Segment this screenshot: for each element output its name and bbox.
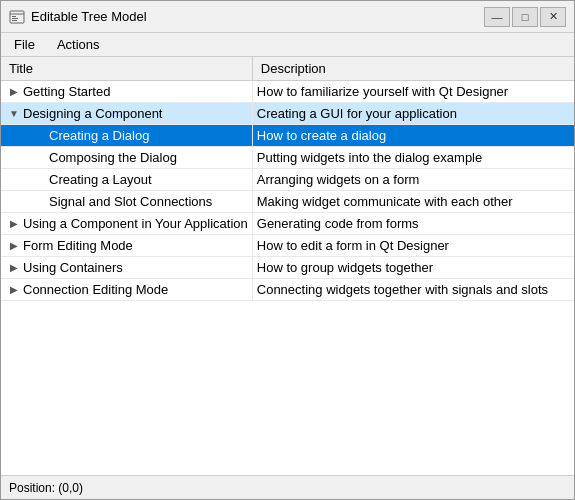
tree-container: Title Description ▶Getting StartedHow to… xyxy=(1,57,574,475)
table-row[interactable]: Creating a LayoutArranging widgets on a … xyxy=(1,169,574,191)
expander-icon[interactable]: ▶ xyxy=(7,261,21,275)
table-row[interactable]: Creating a DialogHow to create a dialog xyxy=(1,125,574,147)
row-description: How to group widgets together xyxy=(252,257,574,279)
table-row[interactable]: Signal and Slot ConnectionsMaking widget… xyxy=(1,191,574,213)
table-row[interactable]: Composing the DialogPutting widgets into… xyxy=(1,147,574,169)
menu-actions[interactable]: Actions xyxy=(48,34,109,55)
expander-icon[interactable]: ▶ xyxy=(7,85,21,99)
row-description: Putting widgets into the dialog example xyxy=(252,147,574,169)
table-row[interactable]: ▶Getting StartedHow to familiarize yours… xyxy=(1,81,574,103)
row-title: Composing the Dialog xyxy=(49,150,177,165)
minimize-button[interactable]: — xyxy=(484,7,510,27)
status-bar: Position: (0,0) xyxy=(1,475,574,499)
row-description: How to edit a form in Qt Designer xyxy=(252,235,574,257)
row-description: How to create a dialog xyxy=(252,125,574,147)
menu-file[interactable]: File xyxy=(5,34,44,55)
title-bar-left: Editable Tree Model xyxy=(9,9,147,25)
row-description: Generating code from forms xyxy=(252,213,574,235)
window-title: Editable Tree Model xyxy=(31,9,147,24)
row-title: Using a Component in Your Application xyxy=(23,216,248,231)
maximize-button[interactable]: □ xyxy=(512,7,538,27)
table-row[interactable]: ▶Form Editing ModeHow to edit a form in … xyxy=(1,235,574,257)
svg-rect-2 xyxy=(12,16,16,17)
row-title: Signal and Slot Connections xyxy=(49,194,212,209)
row-description: Arranging widgets on a form xyxy=(252,169,574,191)
table-row[interactable]: ▶Connection Editing ModeConnecting widge… xyxy=(1,279,574,301)
window-icon xyxy=(9,9,25,25)
window-controls: — □ ✕ xyxy=(484,7,566,27)
row-title: Connection Editing Mode xyxy=(23,282,168,297)
title-bar: Editable Tree Model — □ ✕ xyxy=(1,1,574,33)
table-row[interactable]: ▶Using ContainersHow to group widgets to… xyxy=(1,257,574,279)
expander-icon[interactable]: ▶ xyxy=(7,217,21,231)
row-title: Form Editing Mode xyxy=(23,238,133,253)
expander-icon[interactable]: ▶ xyxy=(7,239,21,253)
row-title: Creating a Layout xyxy=(49,172,152,187)
main-window: Editable Tree Model — □ ✕ File Actions T… xyxy=(0,0,575,500)
row-title: Designing a Component xyxy=(23,106,162,121)
expander-icon[interactable]: ▼ xyxy=(7,107,21,121)
header-description: Description xyxy=(252,57,574,81)
row-title: Creating a Dialog xyxy=(49,128,149,143)
table-row[interactable]: ▶Using a Component in Your ApplicationGe… xyxy=(1,213,574,235)
row-title: Getting Started xyxy=(23,84,110,99)
row-description: Creating a GUI for your application xyxy=(252,103,574,125)
row-title: Using Containers xyxy=(23,260,123,275)
table-header-row: Title Description xyxy=(1,57,574,81)
header-title: Title xyxy=(1,57,252,81)
tree-table: Title Description ▶Getting StartedHow to… xyxy=(1,57,574,301)
table-row[interactable]: ▼Designing a ComponentCreating a GUI for… xyxy=(1,103,574,125)
status-text: Position: (0,0) xyxy=(9,481,83,495)
row-description: Connecting widgets together with signals… xyxy=(252,279,574,301)
row-description: How to familiarize yourself with Qt Desi… xyxy=(252,81,574,103)
row-description: Making widget communicate with each othe… xyxy=(252,191,574,213)
svg-rect-3 xyxy=(12,18,18,19)
close-button[interactable]: ✕ xyxy=(540,7,566,27)
svg-rect-4 xyxy=(12,20,17,21)
menu-bar: File Actions xyxy=(1,33,574,57)
expander-icon[interactable]: ▶ xyxy=(7,283,21,297)
